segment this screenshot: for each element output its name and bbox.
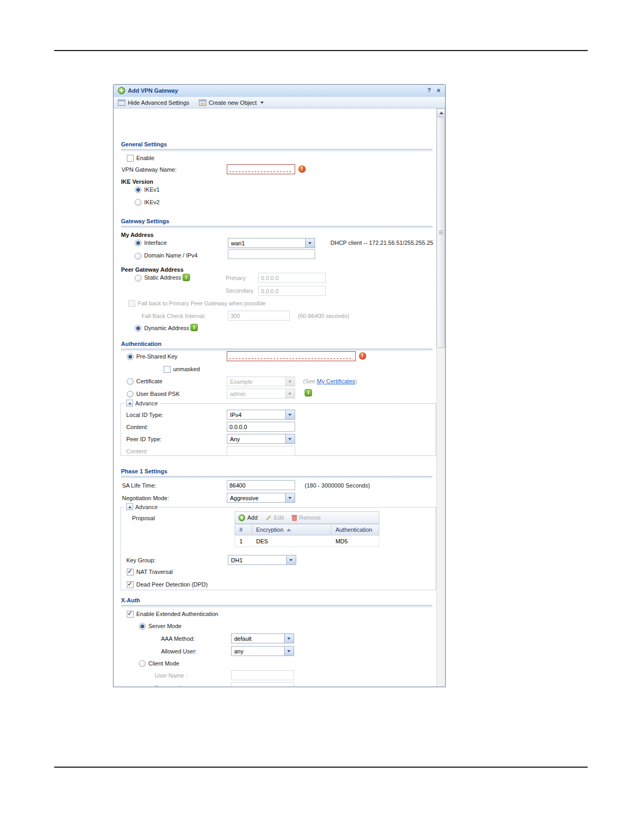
domain-name-radio[interactable] xyxy=(135,253,142,260)
chevron-down-icon[interactable] xyxy=(285,410,295,419)
col-authentication[interactable]: Authentication xyxy=(331,524,379,535)
dialog-title: Add VPN Gateway xyxy=(128,87,178,94)
trash-icon xyxy=(291,514,297,521)
create-new-object-button[interactable]: Create new Object xyxy=(199,100,264,106)
auth-advance-legend: Advance xyxy=(124,400,160,406)
chevron-down-icon[interactable] xyxy=(284,647,294,656)
ikev1-radio[interactable] xyxy=(135,186,142,193)
see-certificates-text: (See My Certificates) xyxy=(303,378,357,384)
vertical-scrollbar[interactable] xyxy=(436,108,445,687)
scrollbar-thumb[interactable] xyxy=(437,117,445,348)
unmasked-label: unmasked xyxy=(173,366,200,372)
secondary-input[interactable]: 0.0.0.0 xyxy=(258,286,326,296)
scrollbar-grip-icon xyxy=(439,231,443,235)
server-mode-radio[interactable] xyxy=(139,623,146,630)
local-id-type-select[interactable]: IPv4 xyxy=(227,410,295,420)
fall-back-label: Fall back to Primary Peer Gateway when p… xyxy=(138,300,266,306)
nat-traversal-label: NAT Traversal xyxy=(136,569,173,575)
col-number[interactable]: # xyxy=(235,524,252,535)
user-based-psk-radio[interactable] xyxy=(127,391,134,398)
local-id-type-value: IPv4 xyxy=(230,412,242,418)
ikev2-radio[interactable] xyxy=(135,199,142,206)
proposal-table-header: # Encryption Authentication xyxy=(235,524,379,535)
section-divider xyxy=(121,605,432,608)
pre-shared-key-label: Pre-Shared Key xyxy=(136,353,177,360)
add-button[interactable]: Add xyxy=(238,514,258,521)
dpd-label: Dead Peer Detection (DPD) xyxy=(136,581,208,588)
cell-authentication: MD5 xyxy=(331,535,379,547)
collapse-up-icon[interactable] xyxy=(126,503,133,510)
collapse-up-icon[interactable] xyxy=(126,400,133,406)
unmasked-checkbox[interactable] xyxy=(164,366,170,373)
peer-id-type-label: Peer ID Type: xyxy=(126,436,162,442)
interface-radio[interactable] xyxy=(135,240,142,246)
chevron-down-icon[interactable] xyxy=(305,239,315,247)
chevron-down-icon[interactable] xyxy=(284,634,294,643)
interface-label: Interface xyxy=(144,240,167,246)
add-icon xyxy=(238,514,245,521)
chevron-down-icon[interactable] xyxy=(285,493,295,502)
edit-button[interactable]: Edit xyxy=(265,514,284,521)
negotiation-mode-select[interactable]: Aggressive xyxy=(227,493,295,503)
nat-traversal-checkbox[interactable] xyxy=(127,569,134,575)
col-encryption[interactable]: Encryption xyxy=(252,524,331,535)
enable-checkbox[interactable] xyxy=(127,155,134,162)
fall-back-checkbox[interactable] xyxy=(128,300,135,307)
info-icon xyxy=(183,274,190,281)
user-based-psk-label: User Based PSK xyxy=(136,391,180,397)
scroll-up-icon[interactable] xyxy=(437,108,445,117)
phase1-advance-legend: Advance xyxy=(124,503,160,510)
user-based-psk-select[interactable]: admin xyxy=(227,389,295,399)
gateway-settings-heading: Gateway Settings xyxy=(121,218,169,224)
key-group-select[interactable]: DH1 xyxy=(228,555,296,565)
dialog-content: General Settings Enable VPN Gateway Name… xyxy=(114,108,445,687)
negotiation-mode-label: Negotiation Mode: xyxy=(122,495,169,501)
my-certificates-link[interactable]: My Certificates xyxy=(317,378,355,384)
fall-back-interval-hint: (60-86400 seconds) xyxy=(298,313,349,319)
hide-advanced-settings-button[interactable]: Hide Advanced Settings xyxy=(118,100,189,106)
xauth-heading: X-Auth xyxy=(121,597,140,603)
remove-button[interactable]: Remove xyxy=(291,514,321,521)
chevron-down-icon[interactable] xyxy=(286,555,296,564)
enable-label: Enable xyxy=(136,155,154,161)
dpd-checkbox[interactable] xyxy=(127,581,134,588)
allowed-user-select[interactable]: any xyxy=(231,646,294,656)
sa-life-time-input[interactable]: 86400 xyxy=(227,480,295,490)
user-name-input[interactable] xyxy=(231,670,294,680)
certificate-select[interactable]: Example xyxy=(227,376,295,386)
pre-shared-key-radio[interactable] xyxy=(127,353,134,360)
close-icon[interactable]: × xyxy=(437,87,440,94)
add-icon xyxy=(118,87,125,94)
static-address-radio[interactable] xyxy=(135,275,142,282)
client-mode-radio[interactable] xyxy=(139,660,146,667)
peer-gateway-address-heading: Peer Gateway Address xyxy=(121,266,184,273)
domain-name-input[interactable] xyxy=(228,249,315,259)
peer-content-input[interactable] xyxy=(227,446,295,456)
content-input[interactable]: 0.0.0.0 xyxy=(227,422,295,432)
local-id-type-label: Local ID Type: xyxy=(126,412,163,418)
advance-label: Advance xyxy=(135,504,158,510)
primary-input[interactable]: 0.0.0.0 xyxy=(258,273,326,283)
pre-shared-key-input[interactable] xyxy=(227,351,356,361)
password-input[interactable] xyxy=(231,682,294,687)
enable-extended-auth-checkbox[interactable] xyxy=(127,611,134,618)
panel-icon xyxy=(118,100,125,106)
proposal-table-row[interactable]: 1 DES MD5 xyxy=(235,535,379,547)
ikev2-label: IKEv2 xyxy=(144,199,159,205)
certificate-radio[interactable] xyxy=(127,378,134,385)
domain-name-label: Domain Name / IPv4 xyxy=(144,252,197,259)
vpn-gateway-name-input[interactable] xyxy=(227,164,295,174)
content-label: Content: xyxy=(126,424,148,430)
dialog-titlebar[interactable]: Add VPN Gateway ? × xyxy=(114,85,445,97)
fall-back-interval-input[interactable]: 300 xyxy=(228,311,290,321)
see-open: (See xyxy=(303,378,315,384)
dynamic-address-radio[interactable] xyxy=(135,325,142,332)
interface-select[interactable]: wan1 xyxy=(228,238,315,248)
peer-id-type-select[interactable]: Any xyxy=(227,434,295,444)
aaa-method-select[interactable]: default xyxy=(231,633,294,643)
sa-life-time-hint: (180 - 3000000 Seconds) xyxy=(305,482,370,489)
chevron-down-icon[interactable] xyxy=(285,434,295,443)
proposal-toolbar: Add Edit Remove xyxy=(235,511,379,524)
help-icon[interactable]: ? xyxy=(427,87,431,93)
cell-encryption: DES xyxy=(252,535,331,547)
